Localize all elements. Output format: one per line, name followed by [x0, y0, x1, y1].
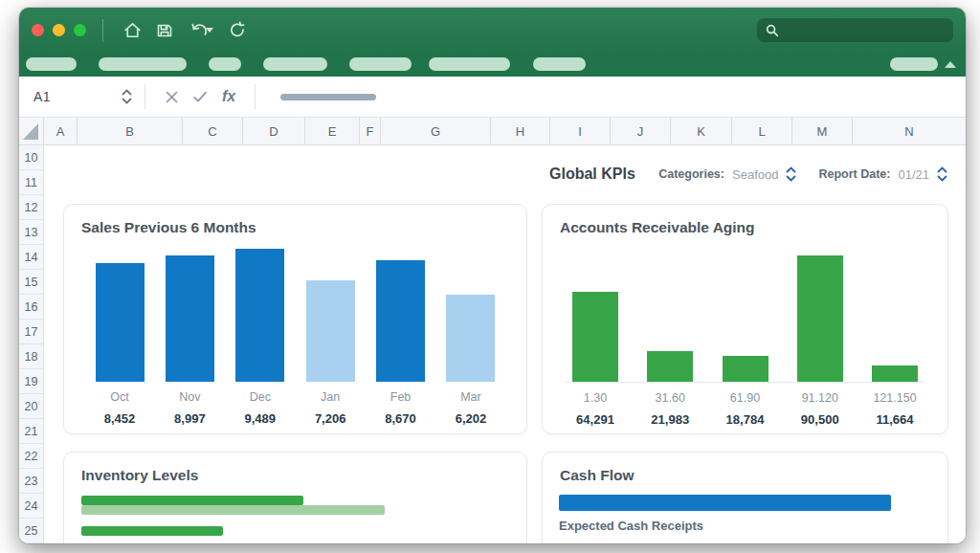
minimize-button[interactable] — [53, 24, 65, 36]
column-header-L[interactable]: L — [732, 118, 792, 144]
ar-value-label: 18,784 — [716, 412, 775, 427]
cancel-button[interactable] — [157, 82, 186, 111]
undo-button[interactable] — [181, 16, 221, 45]
column-header-J[interactable]: J — [611, 118, 671, 144]
row-header-21[interactable]: 21 — [19, 419, 43, 444]
row-header-20[interactable]: 20 — [19, 394, 43, 419]
cash-flow-chart-card: Cash Flow Expected Cash Receipts — [542, 452, 948, 543]
row-header-18[interactable]: 18 — [19, 344, 43, 369]
search-box[interactable] — [757, 18, 953, 42]
categories-stepper[interactable] — [785, 166, 797, 183]
formula-bar: A1 fx — [19, 77, 966, 118]
column-header-B[interactable]: B — [78, 118, 183, 144]
row-header-22[interactable]: 22 — [19, 444, 43, 469]
excel-window: A1 fx ABCDEFGHIJKLMN 1011121314151617181… — [19, 8, 966, 543]
inventory-row — [81, 526, 509, 536]
column-header-G[interactable]: G — [381, 118, 491, 144]
home-icon — [122, 20, 143, 40]
column-header-K[interactable]: K — [671, 118, 732, 144]
name-box-stepper-icon[interactable] — [121, 88, 133, 105]
column-header-I[interactable]: I — [550, 118, 611, 144]
ribbon-tab-placeholder[interactable] — [429, 57, 510, 71]
ar-aging-chart-card: Accounts Receivable Aging 1.3031.6061.90… — [542, 204, 948, 434]
ar-category-label: 1.30 — [566, 391, 625, 405]
sheet-area[interactable]: Global KPIs Categories: Seafood Report D… — [44, 145, 966, 543]
ribbon-tab-placeholder[interactable] — [533, 57, 586, 71]
ribbon-tab-placeholder[interactable] — [99, 57, 187, 71]
column-header-A[interactable]: A — [44, 118, 78, 144]
row-headers: 10111213141516171819202122232425 — [19, 145, 44, 543]
close-button[interactable] — [32, 24, 44, 36]
row-header-12[interactable]: 12 — [19, 195, 43, 220]
column-header-D[interactable]: D — [243, 118, 305, 144]
column-header-F[interactable]: F — [360, 118, 381, 144]
home-button[interactable] — [116, 16, 148, 45]
column-header-C[interactable]: C — [183, 118, 243, 144]
categories-value: Seafood — [732, 167, 778, 182]
row-header-10[interactable]: 10 — [19, 145, 43, 170]
ar-value-label: 64,291 — [566, 412, 625, 427]
inventory-row — [81, 496, 509, 515]
ar-category-label: 61.90 — [716, 391, 775, 405]
row-header-25[interactable]: 25 — [19, 519, 43, 543]
row-header-14[interactable]: 14 — [19, 245, 43, 270]
ar-category-label: 31.60 — [640, 391, 700, 405]
ribbon-collapse-icon[interactable] — [945, 61, 956, 68]
ar-value-label: 90,500 — [791, 412, 850, 427]
sales-value-label: 7,206 — [300, 411, 361, 426]
ar-category-label: 121.150 — [865, 391, 924, 405]
ribbon-tab-placeholder[interactable] — [349, 57, 412, 71]
sales-value-label: 8,997 — [159, 411, 220, 426]
confirm-button[interactable] — [186, 82, 214, 111]
traffic-lights — [32, 24, 86, 36]
insert-function-button[interactable]: fx — [214, 82, 243, 111]
zoom-button[interactable] — [74, 24, 86, 36]
stepper-chevrons-icon — [785, 166, 797, 183]
ar-value-label: 11,664 — [865, 412, 924, 427]
sales-category-label: Jan — [300, 390, 361, 404]
report-date-value: 01/21 — [898, 167, 929, 182]
cash-flow-bar — [559, 495, 891, 511]
redo-button[interactable] — [221, 16, 254, 45]
row-header-11[interactable]: 11 — [19, 170, 43, 195]
sales-category-label: Oct — [89, 390, 150, 404]
column-header-H[interactable]: H — [491, 118, 550, 144]
ar-bar-61.90 — [723, 356, 768, 382]
select-all-button[interactable] — [19, 118, 44, 144]
row-header-23[interactable]: 23 — [19, 469, 43, 494]
ribbon-tab-placeholder[interactable] — [263, 57, 327, 71]
cancel-x-icon — [164, 89, 180, 105]
inventory-chart-card: Inventory Levels — [63, 452, 527, 543]
ar-value-label: 21,983 — [640, 412, 700, 427]
cash-flow-bar-label: Expected Cash Receipts — [559, 519, 931, 533]
formula-bar-divider — [145, 84, 145, 109]
sales-category-label: Nov — [159, 390, 220, 404]
row-header-13[interactable]: 13 — [19, 220, 43, 245]
ribbon-tab-placeholder[interactable] — [26, 57, 77, 71]
sales-bar-Feb — [376, 260, 425, 382]
column-header-M[interactable]: M — [792, 118, 853, 144]
ribbon-tab-placeholder[interactable] — [890, 57, 938, 71]
inventory-bar — [81, 505, 385, 515]
cell-name-box[interactable]: A1 — [33, 88, 133, 105]
save-icon — [155, 21, 174, 40]
report-date-stepper[interactable] — [936, 166, 948, 183]
inventory-bar — [81, 526, 223, 536]
ribbon-tab-placeholder[interactable] — [209, 57, 241, 71]
column-header-E[interactable]: E — [305, 118, 360, 144]
sales-bar-Dec — [235, 249, 284, 382]
formula-bar-divider — [255, 84, 256, 109]
redo-icon — [228, 21, 247, 40]
formula-content-placeholder[interactable] — [280, 94, 376, 100]
row-header-15[interactable]: 15 — [19, 270, 43, 295]
save-button[interactable] — [148, 16, 181, 45]
row-header-19[interactable]: 19 — [19, 369, 43, 394]
row-header-24[interactable]: 24 — [19, 494, 43, 519]
ar-bar-1.30 — [572, 292, 618, 382]
column-header-N[interactable]: N — [853, 118, 966, 144]
stepper-chevrons-icon — [936, 166, 948, 183]
sales-value-label: 9,489 — [230, 411, 291, 426]
row-header-17[interactable]: 17 — [19, 320, 43, 344]
search-input[interactable] — [780, 22, 946, 38]
row-header-16[interactable]: 16 — [19, 295, 43, 320]
